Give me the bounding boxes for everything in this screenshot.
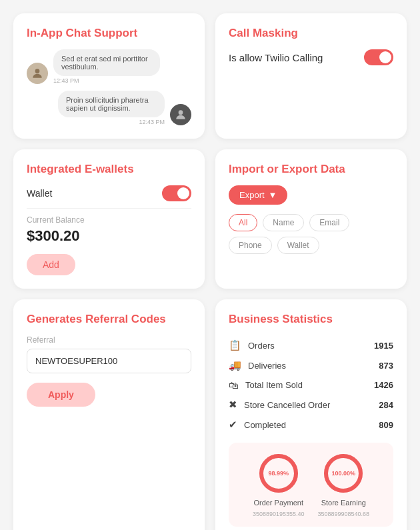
completed-value: 809 bbox=[379, 420, 393, 430]
stat-orders: 📋 Orders 1915 bbox=[229, 335, 393, 355]
deliveries-label: Deliveries bbox=[248, 361, 286, 371]
cancelled-value: 284 bbox=[379, 400, 393, 410]
avatar-left bbox=[27, 63, 48, 84]
referral-label: Referral bbox=[27, 335, 191, 345]
bubble-1: Sed et erat sed mi porttitor vestibulum. bbox=[53, 49, 160, 76]
bubble-2: Proin sollicitudin pharetra sapien ut di… bbox=[58, 91, 165, 117]
total-items-icon: 🛍 bbox=[229, 379, 239, 391]
call-masking-title: Call Masking bbox=[229, 27, 393, 40]
referral-title: Generates Referral Codes bbox=[27, 313, 191, 326]
stats-charts: 98.99% Order Payment 3508890195355.40 10… bbox=[229, 443, 393, 527]
chat-row-1: Sed et erat sed mi porttitor vestibulum.… bbox=[53, 49, 160, 84]
import-export-card: Import or Export Data Export ▼ All Name … bbox=[215, 149, 407, 289]
cancelled-icon: ✖ bbox=[229, 399, 237, 411]
chat-messages: Sed et erat sed mi porttitor vestibulum.… bbox=[27, 49, 191, 125]
order-payment-title: Order Payment bbox=[253, 499, 303, 507]
svg-point-0 bbox=[35, 69, 40, 73]
export-chevron-icon: ▼ bbox=[269, 190, 277, 200]
call-masking-toggle-row: Is allow Twilio Calling bbox=[229, 49, 393, 65]
filter-all[interactable]: All bbox=[229, 214, 257, 231]
order-payment-amount: 3508890195355.40 bbox=[253, 511, 305, 517]
filter-email[interactable]: Email bbox=[309, 214, 349, 231]
stat-deliveries: 🚚 Deliveries 873 bbox=[229, 355, 393, 375]
balance-amount: $300.20 bbox=[27, 227, 191, 245]
filter-wallet[interactable]: Wallet bbox=[277, 237, 319, 254]
svg-point-1 bbox=[179, 110, 183, 115]
store-earning-ring: 100.00% bbox=[322, 452, 365, 495]
chat-message-1: Sed et erat sed mi porttitor vestibulum.… bbox=[27, 49, 191, 84]
call-masking-card: Call Masking Is allow Twilio Calling bbox=[215, 13, 407, 139]
apply-button[interactable]: Apply bbox=[27, 383, 95, 407]
ewallets-card: Integrated E-wallets Wallet Current Bala… bbox=[13, 149, 205, 289]
store-earning-chart: 100.00% Store Earning 3508899908540.68 bbox=[318, 452, 370, 517]
time-2: 12:43 PM bbox=[139, 119, 165, 125]
referral-card: Generates Referral Codes Referral Apply bbox=[13, 299, 205, 530]
export-label: Export bbox=[239, 190, 265, 200]
total-items-label: Total Item Sold bbox=[245, 380, 303, 390]
completed-icon: ✔ bbox=[229, 419, 237, 431]
time-1: 12:43 PM bbox=[53, 77, 79, 84]
ewallets-title: Integrated E-wallets bbox=[27, 163, 191, 176]
chat-support-title: In-App Chat Support bbox=[27, 27, 191, 40]
order-payment-ring: 98.99% bbox=[257, 452, 300, 495]
orders-label: Orders bbox=[248, 341, 275, 351]
chat-support-card: In-App Chat Support Sed et erat sed mi p… bbox=[13, 13, 205, 139]
business-stats-title: Business Statistics bbox=[229, 313, 393, 326]
referral-input[interactable] bbox=[27, 349, 191, 373]
filter-phone[interactable]: Phone bbox=[229, 237, 272, 254]
order-payment-chart: 98.99% Order Payment 3508890195355.40 bbox=[253, 452, 305, 517]
store-earning-percent: 100.00% bbox=[332, 470, 356, 477]
call-masking-toggle[interactable] bbox=[364, 49, 393, 65]
wallet-toggle-row: Wallet bbox=[27, 185, 191, 201]
filter-tags: All Name Email Phone Wallet bbox=[229, 214, 393, 254]
stat-completed: ✔ Completed 809 bbox=[229, 415, 393, 435]
completed-label: Completed bbox=[244, 420, 286, 430]
deliveries-value: 873 bbox=[379, 361, 393, 371]
import-export-title: Import or Export Data bbox=[229, 163, 393, 176]
filter-name[interactable]: Name bbox=[263, 214, 304, 231]
add-button[interactable]: Add bbox=[27, 254, 75, 275]
wallet-toggle[interactable] bbox=[162, 185, 191, 201]
wallet-label: Wallet bbox=[27, 188, 52, 199]
stat-cancelled: ✖ Store Cancelled Order 284 bbox=[229, 395, 393, 415]
total-items-value: 1426 bbox=[374, 380, 393, 390]
cancelled-label: Store Cancelled Order bbox=[244, 400, 330, 410]
call-masking-description: Is allow Twilio Calling bbox=[229, 51, 323, 65]
balance-label: Current Balance bbox=[27, 215, 191, 225]
avatar-right bbox=[170, 104, 191, 125]
stats-list: 📋 Orders 1915 🚚 Deliveries 873 🛍 Total I… bbox=[229, 335, 393, 435]
business-stats-card: Business Statistics 📋 Orders 1915 🚚 Deli… bbox=[215, 299, 407, 530]
export-button[interactable]: Export ▼ bbox=[229, 185, 287, 205]
stat-total-items: 🛍 Total Item Sold 1426 bbox=[229, 375, 393, 395]
orders-value: 1915 bbox=[374, 341, 393, 351]
orders-icon: 📋 bbox=[229, 339, 241, 351]
deliveries-icon: 🚚 bbox=[229, 359, 241, 371]
store-earning-amount: 3508899908540.68 bbox=[318, 511, 370, 517]
store-earning-title: Store Earning bbox=[321, 499, 366, 507]
order-payment-percent: 98.99% bbox=[268, 470, 289, 477]
chat-message-2: Proin sollicitudin pharetra sapien ut di… bbox=[27, 91, 191, 125]
chat-row-2: Proin sollicitudin pharetra sapien ut di… bbox=[58, 91, 165, 125]
